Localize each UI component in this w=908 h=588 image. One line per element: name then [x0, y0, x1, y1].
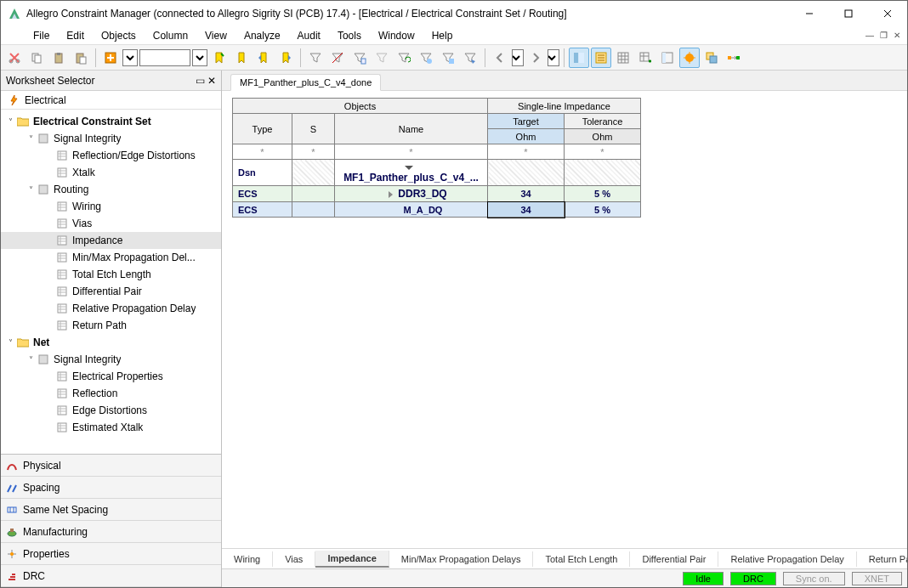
col-tolerance-unit[interactable]: Ohm	[565, 129, 641, 144]
menu-help[interactable]: Help	[423, 28, 462, 43]
constraint-grid[interactable]: Objects Single-line Impedance Type S Nam…	[232, 98, 641, 218]
bottom-tab[interactable]: Total Etch Length	[533, 551, 630, 567]
tree-ecs[interactable]: ˅Electrical Constraint Set	[1, 113, 221, 130]
bottom-tab[interactable]: Wiring	[222, 551, 273, 567]
tree-item[interactable]: Relative Propagation Delay	[1, 300, 221, 317]
col-s[interactable]: S	[292, 114, 335, 144]
bottom-tab[interactable]: Vias	[273, 551, 315, 567]
tree-item[interactable]: Edge Distortions	[1, 402, 221, 419]
nav-back-dropdown[interactable]	[512, 49, 524, 66]
col-type[interactable]: Type	[233, 114, 292, 144]
table-row-ecs[interactable]: ECS DDR3_DQ 34 5 %	[233, 186, 641, 202]
domain-same-net-spacing[interactable]: Same Net Spacing	[1, 499, 221, 521]
filter-clear-icon[interactable]	[327, 48, 348, 68]
tree-item[interactable]: Vias	[1, 215, 221, 232]
domain-spacing[interactable]: Spacing	[1, 477, 221, 499]
filter-variant-a-icon[interactable]	[416, 48, 436, 68]
selected-cell[interactable]: 34	[488, 202, 565, 218]
worksheet-body[interactable]: Objects Single-line Impedance Type S Nam…	[222, 91, 907, 548]
tree-item[interactable]: Return Path	[1, 317, 221, 334]
filter-variant-b-icon[interactable]	[438, 48, 458, 68]
domain-physical[interactable]: Physical	[1, 455, 221, 477]
tree-ecs-routing[interactable]: ˅Routing	[1, 181, 221, 198]
flow-icon[interactable]	[724, 48, 744, 68]
tree-item[interactable]: Estimated Xtalk	[1, 419, 221, 436]
domain-drc[interactable]: DRC	[1, 565, 221, 587]
menu-tools[interactable]: Tools	[329, 28, 370, 43]
filter-off-icon[interactable]	[372, 48, 392, 68]
tree-item[interactable]: Xtalk	[1, 164, 221, 181]
grid-a-icon[interactable]	[613, 48, 633, 68]
col-group-objects[interactable]: Objects	[233, 99, 488, 114]
tree-net[interactable]: ˅Net	[1, 334, 221, 351]
paste-special-icon[interactable]	[71, 48, 91, 68]
toolbar-dropdown-2[interactable]	[192, 49, 207, 66]
domain-properties[interactable]: Properties	[1, 543, 221, 565]
tree-item[interactable]: Total Etch Length	[1, 266, 221, 283]
worksheet-tree[interactable]: ˅Electrical Constraint Set ˅Signal Integ…	[1, 110, 221, 454]
col-target[interactable]: Target	[488, 114, 565, 129]
spark-icon[interactable]	[679, 48, 700, 68]
nav-forward-dropdown[interactable]	[548, 49, 559, 66]
expand-icon[interactable]	[389, 191, 393, 198]
bottom-tab[interactable]: Differential Pair	[630, 551, 718, 567]
close-button[interactable]	[868, 1, 907, 26]
col-target-unit[interactable]: Ohm	[488, 129, 565, 144]
toolbar-combobox[interactable]	[139, 49, 190, 66]
bottom-tab[interactable]: Return Path	[857, 551, 907, 567]
tree-net-si[interactable]: ˅Signal Integrity	[1, 351, 221, 368]
bottom-tab[interactable]: Relative Propagation Delay	[718, 551, 856, 567]
table-row-dsn[interactable]: Dsn MF1_Panther_plus_C_v4_...	[233, 160, 641, 186]
table-row-ecs-selected[interactable]: ECS M_A_DQ 34 5 %	[233, 202, 641, 218]
worksheet-top-tab[interactable]: MF1_Panther_plus_C_v4_done	[230, 74, 381, 91]
filter-icon[interactable]	[305, 48, 326, 68]
paste-icon[interactable]	[48, 48, 69, 68]
tree-item[interactable]: Reflection	[1, 385, 221, 402]
nav-back-icon[interactable]	[490, 48, 510, 68]
status-sync[interactable]: Sync on.	[783, 572, 845, 585]
dock-float-icon[interactable]: ▭	[194, 75, 206, 87]
bookmark-next-icon[interactable]	[275, 48, 296, 68]
tree-ecs-si[interactable]: ˅Signal Integrity	[1, 130, 221, 147]
bottom-tab-active[interactable]: Impedance	[315, 551, 389, 568]
tree-item[interactable]: Reflection/Edge Distortions	[1, 147, 221, 164]
mdi-minimize-icon[interactable]: —	[863, 28, 877, 42]
collapse-icon[interactable]	[405, 166, 413, 170]
grid-b-icon[interactable]	[657, 48, 678, 68]
mdi-restore-icon[interactable]: ❐	[877, 28, 890, 42]
menu-view[interactable]: View	[196, 28, 236, 43]
tree-item[interactable]: Differential Pair	[1, 283, 221, 300]
col-group-impedance[interactable]: Single-line Impedance	[488, 99, 641, 114]
col-tolerance[interactable]: Tolerance	[565, 114, 641, 129]
view-mode-a-icon[interactable]	[569, 48, 589, 68]
view-mode-b-icon[interactable]	[591, 48, 611, 68]
expand-icon[interactable]	[100, 48, 121, 68]
bookmark-add-icon[interactable]	[209, 48, 230, 68]
copy-icon[interactable]	[26, 48, 47, 68]
domain-manufacturing[interactable]: Manufacturing	[1, 521, 221, 543]
bookmark-prev-icon[interactable]	[253, 48, 274, 68]
tree-item[interactable]: Wiring	[1, 198, 221, 215]
mdi-close-icon[interactable]: ✕	[890, 28, 904, 42]
menu-file[interactable]: File	[25, 28, 58, 43]
layout-icon[interactable]	[701, 48, 722, 68]
filter-column-icon[interactable]	[349, 48, 370, 68]
menu-column[interactable]: Column	[145, 28, 196, 43]
status-xnet[interactable]: XNET	[852, 572, 902, 585]
pane-close-icon[interactable]: ✕	[206, 75, 218, 87]
maximize-button[interactable]	[829, 1, 868, 26]
cut-icon[interactable]	[4, 48, 25, 68]
tree-item[interactable]: Min/Max Propagation Del...	[1, 249, 221, 266]
menu-window[interactable]: Window	[370, 28, 423, 43]
filter-reset-icon[interactable]	[394, 48, 414, 68]
filter-row[interactable]: *****	[233, 144, 641, 160]
menu-analyze[interactable]: Analyze	[236, 28, 289, 43]
bookmark-icon[interactable]	[231, 48, 252, 68]
tree-item-impedance[interactable]: Impedance	[1, 232, 221, 249]
col-name[interactable]: Name	[335, 114, 488, 144]
tree-item[interactable]: Electrical Properties	[1, 368, 221, 385]
filter-variant-c-icon[interactable]	[460, 48, 480, 68]
nav-forward-icon[interactable]	[525, 48, 546, 68]
menu-objects[interactable]: Objects	[93, 28, 145, 43]
toolbar-dropdown-1[interactable]	[122, 49, 138, 66]
